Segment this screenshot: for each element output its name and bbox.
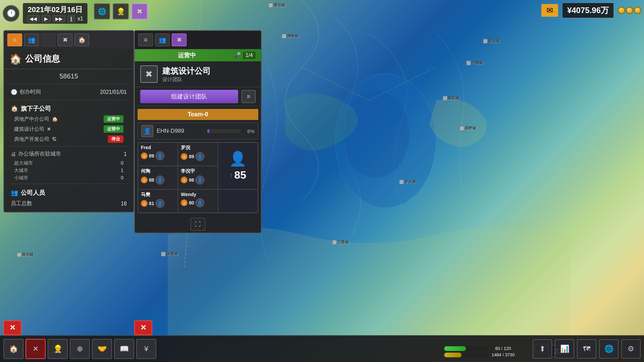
- member-liniyu-name: 李倪宇: [181, 168, 215, 174]
- team-avatar-icon: 👤: [141, 125, 153, 137]
- member-hetao-stats: ◎ 88 👤: [141, 176, 175, 184]
- city-mega-row: 超大城市 0: [4, 160, 133, 167]
- cp-tab-people[interactable]: 👥: [155, 34, 170, 46]
- members-grid: Fred ◎ 89 👤 罗倪 ◎ 89 👤 👤: [138, 142, 258, 213]
- center-panel-tabs: ≡ 👥 ✖: [135, 31, 261, 49]
- subsidiary-realestate-dev: 房地产开发公司 🏗 停业: [4, 134, 133, 144]
- hp-gold-text: 1484 / 3730: [490, 352, 517, 357]
- sub3-status: 停业: [108, 135, 123, 143]
- company-subtitle-text: 设计团队: [162, 76, 256, 83]
- top-nav-globe-btn[interactable]: 🌐: [94, 3, 110, 19]
- city-label-luoyue: 罗月城: [399, 179, 416, 184]
- team-progress-bar-bg: [207, 129, 240, 133]
- cp-tab-tools[interactable]: ✖: [172, 34, 186, 46]
- bot-yen-btn[interactable]: ¥: [136, 339, 156, 359]
- team-id-label: EHN-D989: [157, 128, 204, 134]
- founded-date-value: 2021/01/01: [100, 89, 127, 95]
- member-luoni-name: 罗倪: [181, 145, 215, 151]
- map-button[interactable]: 🗺: [577, 339, 596, 359]
- member-liniyu-stats: ◎ 86 👤: [181, 176, 215, 184]
- right-bottom-buttons: ⬆ 📊 🗺 🌐 ⚙: [533, 339, 641, 359]
- company-name-text: 建筑设计公司: [162, 66, 256, 76]
- cp-tab-list[interactable]: ≡: [138, 34, 153, 46]
- rewind-button[interactable]: ◀◀: [27, 15, 39, 22]
- date-panel: 2021年02月16日 ◀◀ ▶ ▶▶ ‖ x1: [23, 3, 88, 24]
- bot-handshake-btn[interactable]: 🤝: [92, 339, 112, 359]
- mafan-score: 81: [149, 201, 154, 206]
- subsidiary-building-design: 建筑设计公司 ✖ 运营中: [4, 124, 133, 134]
- house-icon: 🏠: [9, 53, 22, 65]
- expand-collapse-button[interactable]: ⛶: [191, 218, 205, 231]
- city-label-xingguang: 星光城: [17, 252, 33, 257]
- company-id-display: 58615: [4, 69, 133, 82]
- city-label-caihong: 彩虹城: [443, 96, 459, 101]
- team-build-row: 组建设计团队 ≡: [135, 87, 261, 106]
- house2-icon: 🏠: [11, 105, 18, 112]
- left-panel-close-button[interactable]: ✕: [3, 320, 21, 335]
- staff-count-value: 18: [121, 201, 127, 207]
- hp-gold-row: 1484 / 3730: [444, 352, 517, 357]
- city-label-bangjiao: 绑角城: [282, 34, 298, 39]
- hp-gold-bar-bg: [444, 353, 488, 357]
- status-bar: 运营中 🎤 1/4: [135, 49, 261, 61]
- bot-worker-btn[interactable]: 👷: [48, 339, 68, 359]
- company-header: ✖ 建筑设计公司 设计团队: [135, 61, 261, 87]
- liniyu-avatar: 👤: [196, 176, 204, 184]
- city-large-row: 大城市 1: [4, 167, 133, 174]
- left-panel: ≡ 👥 ✖ 🏠 🏠 公司信息 58615 🕐 创办时间 2021/01/01 🏠…: [3, 30, 134, 213]
- fast-forward-button[interactable]: ▶▶: [53, 15, 65, 22]
- bot-home-btn[interactable]: 🏠: [3, 339, 23, 359]
- bot-cancel-btn[interactable]: ✕: [25, 339, 46, 359]
- team-percent-label: 6%: [243, 128, 255, 134]
- mafan-avatar: 👤: [156, 199, 164, 208]
- avg-score-display: ↑ 85: [230, 169, 247, 181]
- sub1-name: 房地产中介公司: [14, 116, 49, 122]
- clock-small-icon: 🕐: [11, 89, 17, 95]
- bot-target-btn[interactable]: ⊕: [70, 339, 90, 359]
- fred-score-icon: ◎: [141, 153, 148, 159]
- center-panel-close-button[interactable]: ✕: [134, 320, 152, 335]
- bot-book-btn[interactable]: 📖: [114, 339, 134, 359]
- company-title-area: 建筑设计公司 设计团队: [162, 66, 256, 83]
- hp-green-row: 60 / 120: [444, 346, 517, 351]
- member-hetao: 何陶 ◎ 88 👤: [138, 166, 178, 189]
- top-nav-tools-btn[interactable]: ✖: [131, 3, 148, 19]
- subsidiaries-header: 🏠 旗下子公司: [4, 102, 133, 114]
- subsidiary-realestate-brokerage: 房地产中介公司 🏠 运营中: [4, 114, 133, 124]
- left-panel-header: 🏠 公司信息: [4, 49, 133, 69]
- staff-count-row: 员工总数 18: [4, 198, 133, 209]
- hp-gold-bar-fill: [444, 353, 462, 357]
- member-wendy: Wendy ◎ 80 👤: [178, 189, 218, 213]
- upgrade-button[interactable]: ⬆: [533, 339, 552, 359]
- fred-score: 89: [149, 153, 154, 159]
- member-luoni-stats: ◎ 89 👤: [181, 152, 215, 161]
- lp-nav-home-btn[interactable]: 🏠: [74, 34, 89, 46]
- member-mafan-name: 马樊: [141, 192, 175, 198]
- lp-nav-list-btn[interactable]: ≡: [7, 34, 22, 46]
- member-fred: Fred ◎ 89 👤: [138, 142, 178, 166]
- build-team-button[interactable]: 组建设计团队: [140, 90, 238, 103]
- pause-button[interactable]: ‖: [68, 15, 75, 22]
- lp-nav-cross-btn[interactable]: ✖: [58, 34, 72, 46]
- hp-green-text: 60 / 120: [490, 346, 517, 351]
- clock-icon: 🕐: [3, 5, 19, 22]
- team-list-icon-btn[interactable]: ≡: [241, 90, 256, 103]
- top-nav-worker-btn[interactable]: 👷: [113, 3, 129, 19]
- lp-nav-people-btn[interactable]: 👥: [24, 34, 39, 46]
- left-panel-nav: ≡ 👥 ✖ 🏠: [4, 31, 133, 49]
- play-button[interactable]: ▶: [42, 15, 50, 22]
- sub3-name: 房地产开发公司: [14, 136, 49, 142]
- founded-label: 🕐 创办时间: [11, 88, 100, 96]
- city-label-xingyun: 幸运城: [483, 39, 499, 44]
- globe2-button[interactable]: 🌐: [599, 339, 619, 359]
- settings-button[interactable]: ⚙: [621, 339, 641, 359]
- luoni-score-icon: ◎: [181, 153, 187, 160]
- sub3-icon: 🏗: [52, 136, 57, 142]
- chart-button[interactable]: 📊: [555, 339, 574, 359]
- hetao-score: 88: [149, 177, 154, 183]
- office-label: 🖨 办公场所在驻城市: [11, 150, 124, 158]
- team-progress-row: 👤 EHN-D989 6%: [138, 123, 258, 139]
- divider-1: [9, 84, 128, 84]
- member-fred-name: Fred: [141, 145, 175, 150]
- mafan-score-icon: ◎: [141, 200, 148, 207]
